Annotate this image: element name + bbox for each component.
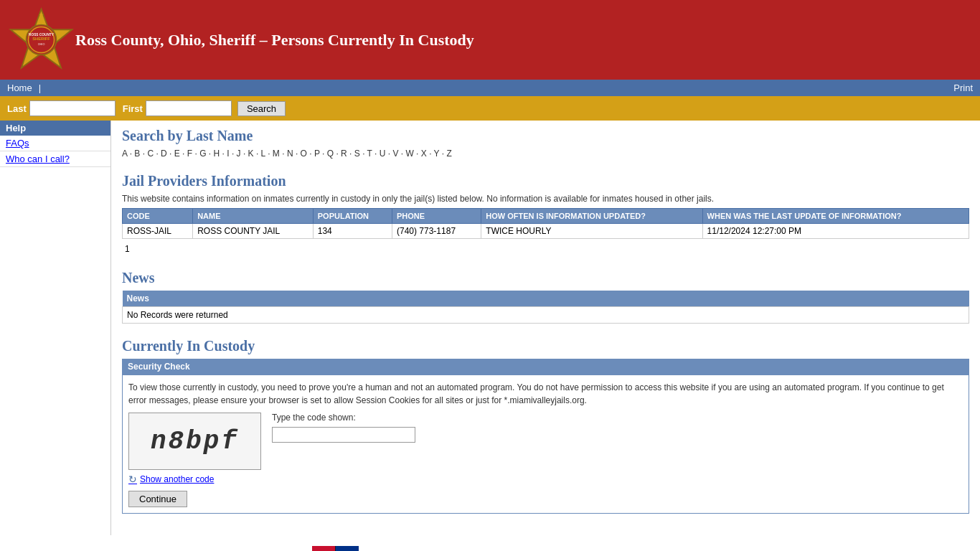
cell-update-freq: TWICE HOURLY xyxy=(481,224,702,239)
continue-button[interactable]: Continue xyxy=(128,491,187,507)
cell-code: ROSS-JAIL xyxy=(123,224,193,239)
navigation-bar: Home | Print xyxy=(0,80,980,96)
alpha-g[interactable]: G xyxy=(199,149,206,159)
content-area: Search by Last Name A · B · C · D · E · … xyxy=(111,121,980,535)
navbar-left: Home | xyxy=(7,83,44,93)
cell-population: 134 xyxy=(313,224,392,239)
alpha-b[interactable]: B xyxy=(134,149,140,159)
news-no-records-row: No Records were returned xyxy=(123,307,969,324)
last-name-input[interactable] xyxy=(29,100,116,116)
search-button[interactable]: Search xyxy=(237,101,286,116)
search-by-lastname-section: Search by Last Name A · B · C · D · E · … xyxy=(122,128,969,159)
news-section: News News No Records were returned xyxy=(122,270,969,324)
news-table: News No Records were returned xyxy=(122,291,969,324)
security-check-body: To view those currently in custody, you … xyxy=(122,375,969,514)
header-title: Ross County, Ohio, Sheriff – Persons Cur… xyxy=(75,31,474,50)
table-row: ROSS-JAIL ROSS COUNTY JAIL 134 (740) 773… xyxy=(123,224,969,239)
refresh-icon: ↻ xyxy=(128,474,137,485)
sidebar-help-label: Help xyxy=(0,121,110,136)
svg-rect-8 xyxy=(312,546,335,551)
alpha-h[interactable]: H xyxy=(214,149,220,159)
alpha-m[interactable]: M xyxy=(273,149,280,159)
svg-text:SHERIFF: SHERIFF xyxy=(32,37,50,41)
alpha-y[interactable]: Y xyxy=(434,149,440,159)
captcha-input[interactable] xyxy=(272,427,415,443)
page-header: ROSS COUNTY SHERIFF OHIO Ross County, Oh… xyxy=(0,0,980,80)
cell-name: ROSS COUNTY JAIL xyxy=(193,224,314,239)
news-table-header: News xyxy=(123,291,969,307)
alpha-q[interactable]: Q xyxy=(327,149,334,159)
alpha-z[interactable]: Z xyxy=(446,149,451,159)
captcha-image: n8bpf xyxy=(128,413,261,470)
jail-providers-section: Jail Providers Information This website … xyxy=(122,173,969,255)
svg-rect-9 xyxy=(336,546,359,551)
alpha-t[interactable]: T xyxy=(367,149,372,159)
col-update-freq: HOW OFTEN IS INFORMATION UPDATED? xyxy=(481,209,702,224)
first-name-label: First xyxy=(123,103,143,114)
svg-text:OHIO: OHIO xyxy=(38,43,45,46)
cell-last-update: 11/12/2024 12:27:00 PM xyxy=(702,224,969,239)
print-link[interactable]: Print xyxy=(953,83,973,93)
alpha-d[interactable]: D xyxy=(161,149,167,159)
captcha-label: Type the code shown: xyxy=(272,413,415,423)
col-code: CODE xyxy=(123,209,193,224)
alpha-a[interactable]: A xyxy=(122,149,127,159)
custody-section: Currently In Custody Security Check To v… xyxy=(122,338,969,514)
alpha-o[interactable]: O xyxy=(301,149,307,159)
sidebar-item-who-can-i-call[interactable]: Who can I call? xyxy=(0,151,110,167)
svg-text:ROSS COUNTY: ROSS COUNTY xyxy=(29,33,55,37)
alpha-k[interactable]: K xyxy=(248,149,254,159)
show-another-code[interactable]: ↻ Show another code xyxy=(128,474,963,485)
captcha-area: n8bpf Type the code shown: xyxy=(128,413,963,470)
alphabet-links: A · B · C · D · E · F · G · H · I · J · … xyxy=(122,149,969,159)
cell-phone: (740) 773-1187 xyxy=(392,224,481,239)
sidebar-item-faqs[interactable]: FAQs xyxy=(0,136,110,151)
sidebar: Help FAQs Who can I call? xyxy=(0,121,111,535)
search-bar: Last First Search xyxy=(0,96,980,121)
main-container: Help FAQs Who can I call? Search by Last… xyxy=(0,121,980,535)
col-population: POPULATION xyxy=(313,209,392,224)
news-no-records: No Records were returned xyxy=(123,307,969,324)
search-section-title: Search by Last Name xyxy=(122,128,969,144)
alpha-x[interactable]: X xyxy=(421,149,427,159)
navbar-divider: | xyxy=(39,83,41,93)
sheriff-badge-icon: ROSS COUNTY SHERIFF OHIO xyxy=(7,6,75,74)
alpha-e[interactable]: E xyxy=(174,149,180,159)
alpha-r[interactable]: R xyxy=(341,149,347,159)
col-name: NAME xyxy=(193,209,314,224)
alpha-j[interactable]: J xyxy=(237,149,241,159)
security-check-header: Security Check xyxy=(122,359,969,375)
custody-title: Currently In Custody xyxy=(122,338,969,354)
col-phone: PHONE xyxy=(392,209,481,224)
jail-providers-description: This website contains information on inm… xyxy=(122,194,969,204)
alpha-p[interactable]: P xyxy=(314,149,320,159)
alpha-n[interactable]: N xyxy=(287,149,293,159)
security-text: To view those currently in custody, you … xyxy=(128,381,963,407)
captcha-right: Type the code shown: xyxy=(272,413,415,443)
footer: MONTGOMERY COUNTY ©2001- 2024 Board of C… xyxy=(0,535,980,551)
alpha-s[interactable]: S xyxy=(354,149,360,159)
first-name-input[interactable] xyxy=(146,100,232,116)
montgomery-logo: MONTGOMERY COUNTY xyxy=(312,546,359,551)
news-title: News xyxy=(122,270,969,286)
alpha-w[interactable]: W xyxy=(405,149,413,159)
alpha-f[interactable]: F xyxy=(187,149,192,159)
show-another-label: Show another code xyxy=(140,474,214,484)
alpha-c[interactable]: C xyxy=(147,149,154,159)
alpha-l[interactable]: L xyxy=(261,149,265,159)
row-count: 1 xyxy=(122,242,969,255)
alpha-i[interactable]: I xyxy=(227,149,229,159)
jail-providers-table: CODE NAME POPULATION PHONE HOW OFTEN IS … xyxy=(122,208,969,239)
alpha-u[interactable]: U xyxy=(380,149,386,159)
alpha-v[interactable]: V xyxy=(392,149,398,159)
col-last-update: WHEN WAS THE LAST UPDATE OF INFORMATION? xyxy=(702,209,969,224)
home-link[interactable]: Home xyxy=(7,83,32,93)
last-name-label: Last xyxy=(7,103,27,114)
jail-providers-title: Jail Providers Information xyxy=(122,173,969,189)
